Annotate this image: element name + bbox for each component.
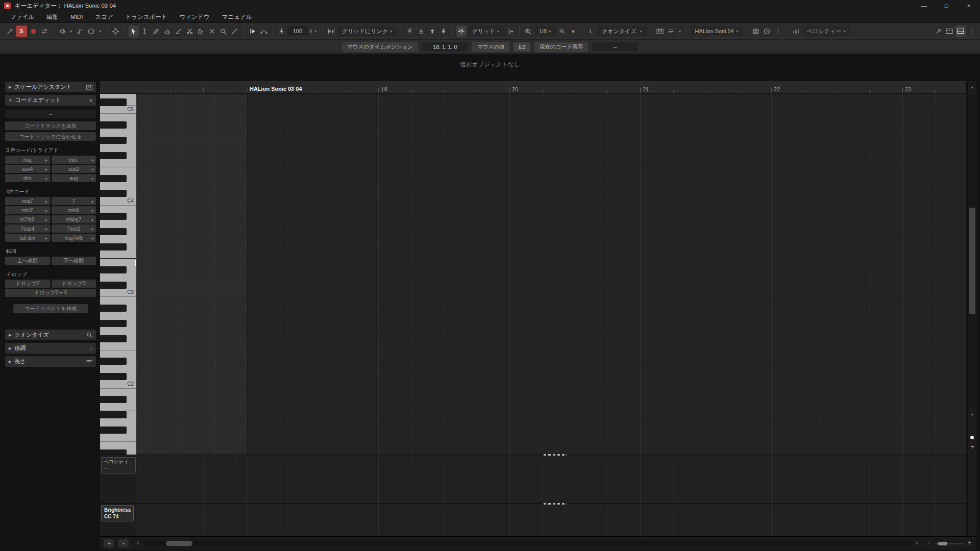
section-chord-edit[interactable]: ▼ コードエディット ≡	[5, 95, 96, 106]
white-key[interactable]	[100, 167, 136, 174]
erase-tool-button[interactable]	[162, 26, 173, 37]
white-key[interactable]	[100, 365, 136, 373]
maximize-button[interactable]: □	[935, 0, 958, 11]
lower-zone-button[interactable]	[955, 26, 966, 37]
line-tool-button[interactable]	[230, 26, 240, 37]
play-icon[interactable]: ▶	[45, 167, 48, 171]
white-key[interactable]	[100, 251, 136, 259]
vertical-scroll-thumb[interactable]	[969, 208, 975, 314]
white-key[interactable]	[100, 259, 136, 266]
add-lane-button[interactable]: +	[104, 539, 114, 547]
white-key[interactable]	[100, 404, 136, 411]
chord-button[interactable]: dim▶	[5, 174, 50, 182]
white-key[interactable]	[100, 418, 136, 426]
close-button[interactable]: ×	[958, 0, 980, 11]
quantize-preset-select[interactable]: 1/8▼	[535, 26, 555, 36]
snap-button[interactable]	[456, 26, 467, 37]
solo-button[interactable]: S	[16, 26, 27, 37]
chord-button[interactable]: maj7/#5▶	[52, 234, 96, 242]
white-key[interactable]	[100, 159, 136, 167]
play-icon[interactable]: ▶	[45, 209, 48, 212]
chord-button[interactable]: 7sus4▶	[5, 224, 50, 233]
black-key[interactable]	[100, 358, 136, 365]
chord-button[interactable]: min7▶	[5, 206, 50, 214]
chord-button[interactable]: 7▶	[52, 197, 96, 205]
black-key[interactable]	[100, 319, 136, 327]
draw-tool-button[interactable]	[151, 26, 161, 37]
play-icon[interactable]: ▶	[45, 177, 48, 180]
scroll-left-button[interactable]: ‹	[137, 539, 139, 546]
length-link-button[interactable]	[326, 26, 336, 37]
menu-item[interactable]: スコア	[89, 11, 119, 22]
white-key[interactable]	[100, 129, 136, 136]
white-key[interactable]	[100, 342, 136, 350]
insert-velocity-button[interactable]	[277, 26, 287, 37]
white-key[interactable]	[100, 388, 136, 396]
ruler-options-button[interactable]: ▼	[968, 83, 977, 91]
select-tool-button[interactable]	[129, 26, 139, 37]
split-tool-button[interactable]	[185, 26, 195, 37]
chord-button[interactable]: aug▶	[52, 174, 96, 182]
independent-loop-button[interactable]	[259, 26, 269, 37]
black-key[interactable]	[100, 396, 136, 404]
black-key[interactable]	[100, 213, 136, 220]
white-key[interactable]: C3	[100, 289, 136, 296]
play-icon[interactable]: ▶	[91, 158, 94, 162]
autoscroll-button[interactable]	[248, 26, 258, 37]
horizontal-zoom-slider[interactable]	[935, 543, 965, 544]
event-colors-button[interactable]	[791, 26, 801, 37]
chevron-down-icon[interactable]: ▼	[314, 30, 317, 33]
pitch-visibility-button[interactable]	[655, 26, 665, 37]
horizontal-scrollbar[interactable]	[145, 541, 913, 546]
chord-button[interactable]: maj▶	[5, 156, 50, 164]
iterative-quantize-button[interactable]: %	[557, 26, 567, 37]
scroll-down-button[interactable]: ▼	[968, 410, 977, 418]
play-icon[interactable]: ▶	[91, 177, 94, 180]
crosshair-button[interactable]	[111, 26, 121, 37]
menu-item[interactable]: ファイル	[4, 11, 40, 22]
black-key[interactable]	[100, 449, 136, 455]
quantize-icon-button[interactable]	[523, 26, 533, 37]
ruler[interactable]: HALion Sonic 03 04 1920212223	[136, 81, 966, 94]
mouse-value-value[interactable]: E3	[513, 42, 530, 52]
black-key[interactable]	[100, 266, 136, 273]
chord-button[interactable]: ドロップ2	[5, 280, 50, 288]
chord-button[interactable]: 7sus2▶	[52, 224, 96, 233]
chevron-down-icon[interactable]: ▼	[99, 30, 102, 33]
region-outside-part[interactable]	[136, 94, 248, 455]
white-key[interactable]	[100, 205, 136, 213]
part-select[interactable]: HALion Soni.04▼	[691, 26, 742, 36]
midi-input-button[interactable]	[86, 26, 96, 37]
menu-item[interactable]: MIDI	[64, 11, 89, 22]
velocity-stepper[interactable]: ▲▼	[309, 29, 312, 34]
black-key[interactable]	[100, 228, 136, 236]
overflow-button[interactable]: ⋮	[773, 26, 783, 37]
chord-button[interactable]: min6▶	[52, 206, 96, 214]
menu-item[interactable]: ウィンドウ	[174, 11, 216, 22]
vertical-scrollbar[interactable]	[968, 94, 977, 408]
add-chord-track-button[interactable]: コードトラックを追加	[5, 121, 96, 130]
chord-button[interactable]: m7/b5▶	[5, 215, 50, 223]
create-chord-event-button[interactable]: コードイベントを作成	[13, 304, 88, 313]
multipart-button[interactable]	[751, 26, 761, 37]
play-icon[interactable]: ▶	[91, 227, 94, 231]
insert-velocity-field[interactable]: 100	[287, 26, 308, 36]
match-chord-track-button[interactable]: コードトラックに合わせる	[5, 132, 96, 141]
minimize-button[interactable]: —	[913, 0, 935, 11]
region-part[interactable]	[248, 94, 966, 455]
white-key[interactable]	[100, 434, 136, 441]
vertical-zoom-in-button[interactable]: +	[968, 443, 977, 450]
controller-lane[interactable]	[136, 504, 966, 536]
link-to-grid-select[interactable]: グリッドにリンク▼	[338, 26, 397, 36]
white-key[interactable]	[100, 113, 136, 121]
open-in-window-button[interactable]	[933, 26, 943, 37]
horizontal-scroll-thumb[interactable]	[166, 541, 192, 546]
play-icon[interactable]: ▶	[45, 158, 48, 162]
zoom-out-button[interactable]: −	[927, 539, 930, 546]
white-key[interactable]	[100, 350, 136, 358]
mouse-time-value[interactable]: 18. 1. 1. 0	[422, 42, 468, 52]
chevron-down-icon[interactable]: ▼	[678, 30, 682, 33]
black-key[interactable]	[100, 335, 136, 342]
section-scale-assistant[interactable]: ▶ スケールアシスタント	[5, 82, 96, 92]
pin-button[interactable]	[5, 26, 15, 37]
